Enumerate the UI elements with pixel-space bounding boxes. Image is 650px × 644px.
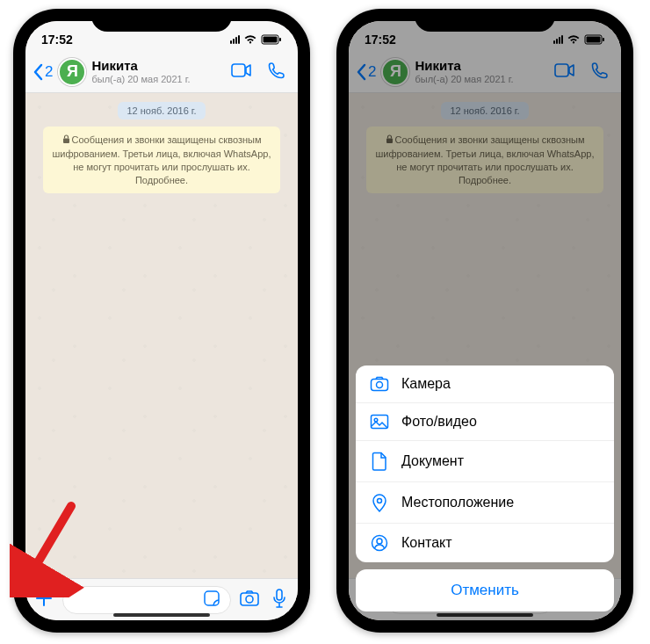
attach-camera[interactable]: Камера (356, 365, 614, 403)
attach-gallery[interactable]: Фото/видео (356, 403, 614, 441)
chat-header: 2 Я Никита был(-а) 20 мая 2021 г. (25, 51, 298, 93)
attach-gallery-label: Фото/видео (401, 414, 477, 430)
attach-location[interactable]: Местоположение (356, 482, 614, 524)
attach-document[interactable]: Документ (356, 441, 614, 482)
contact-icon (370, 534, 389, 552)
sticker-icon (203, 590, 220, 607)
photo-icon (370, 414, 389, 430)
device-notch (91, 9, 232, 32)
attach-document-label: Документ (401, 453, 464, 469)
encryption-text: Сообщения и звонки защищены сквозным шиф… (52, 134, 271, 185)
attach-contact[interactable]: Контакт (356, 524, 614, 562)
svg-rect-1 (264, 37, 278, 43)
status-time: 17:52 (41, 33, 73, 47)
attach-button[interactable] (32, 589, 55, 611)
wifi-icon (243, 34, 257, 45)
sticker-button[interactable] (200, 590, 223, 611)
svg-point-19 (377, 382, 383, 388)
home-indicator[interactable] (113, 613, 210, 617)
attach-cancel[interactable]: Отменить (356, 569, 614, 611)
voice-call-button[interactable] (263, 58, 291, 86)
phone-frame-left: 17:52 2 Я Никита был(-а) 20 мая 2021 г. (13, 9, 310, 633)
camera-icon (370, 376, 389, 392)
mic-button[interactable] (268, 589, 291, 611)
camera-icon (239, 590, 260, 607)
avatar[interactable]: Я (58, 58, 86, 86)
cell-signal-icon (230, 35, 240, 44)
svg-rect-2 (279, 38, 281, 41)
encryption-banner[interactable]: Сообщения и звонки защищены сквозным шиф… (43, 127, 280, 193)
svg-point-22 (378, 499, 382, 503)
status-indicators (230, 34, 282, 45)
attach-contact-label: Контакт (401, 535, 452, 551)
svg-rect-8 (277, 590, 282, 600)
svg-point-7 (246, 596, 253, 603)
mic-icon (272, 589, 286, 608)
screen-right: 17:52 2 Я Никита был(-а) 20 мая 2021 г. (349, 21, 621, 620)
phone-icon (268, 62, 285, 79)
home-indicator[interactable] (437, 613, 533, 617)
device-notch (415, 9, 555, 32)
chat-body[interactable]: 12 нояб. 2016 г. Сообщения и звонки защи… (25, 93, 298, 578)
video-icon (231, 63, 252, 77)
svg-rect-18 (372, 380, 388, 391)
svg-point-23 (372, 536, 387, 551)
contact-last-seen: был(-а) 20 мая 2021 г. (91, 74, 220, 84)
battery-icon (261, 34, 282, 45)
attach-camera-label: Камера (401, 376, 451, 392)
svg-rect-6 (241, 593, 258, 605)
back-count: 2 (45, 63, 53, 81)
location-icon (370, 493, 389, 512)
document-icon (370, 452, 389, 471)
date-chip: 12 нояб. 2016 г. (118, 102, 205, 119)
action-sheet-options: Камера Фото/видео Документ (356, 365, 614, 562)
phone-frame-right: 17:52 2 Я Никита был(-а) 20 мая 2021 г. (336, 9, 633, 633)
camera-button[interactable] (238, 590, 261, 611)
attach-location-label: Местоположение (401, 495, 514, 510)
attach-action-sheet: Камера Фото/видео Документ (356, 365, 614, 611)
back-button[interactable]: 2 (32, 63, 53, 81)
plus-icon (34, 589, 54, 608)
chevron-left-icon (32, 63, 43, 81)
svg-rect-5 (205, 591, 219, 605)
svg-rect-4 (63, 139, 69, 144)
lock-icon (62, 134, 70, 148)
contact-info[interactable]: Никита был(-а) 20 мая 2021 г. (91, 59, 220, 84)
svg-point-24 (377, 539, 382, 544)
contact-name: Никита (91, 59, 220, 74)
message-input[interactable] (62, 586, 231, 614)
screen-left: 17:52 2 Я Никита был(-а) 20 мая 2021 г. (25, 21, 298, 620)
svg-rect-3 (232, 64, 245, 76)
video-call-button[interactable] (226, 60, 257, 84)
